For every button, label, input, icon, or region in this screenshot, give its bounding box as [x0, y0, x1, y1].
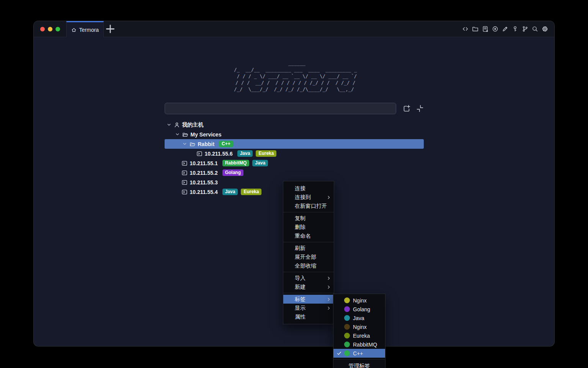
ascii-logo: ______ /_ __/__ _________ ___ ____ _____…	[165, 60, 424, 92]
record-icon[interactable]	[492, 26, 498, 32]
tag-label: Nginx	[353, 297, 367, 304]
tag-badge: Golang	[222, 169, 243, 176]
collapse-all-icon[interactable]	[416, 105, 424, 112]
host-search-input[interactable]	[165, 103, 396, 114]
tree-row-label: 10.211.55.4	[190, 189, 218, 195]
menu-item-label: 属性	[295, 314, 305, 320]
context-menu-item[interactable]: 标签	[283, 295, 334, 304]
terminal-icon	[181, 160, 188, 166]
tag-badge: C++	[219, 141, 233, 147]
tree-row[interactable]: 10.211.55.1RabbitMQJava	[165, 158, 424, 168]
menu-item-label: 标签	[295, 296, 305, 303]
menu-item-label: 连接到	[295, 194, 311, 201]
submenu-arrow-icon	[327, 285, 331, 289]
search-row	[165, 103, 424, 114]
tag-color-dot	[344, 350, 350, 356]
chevron-down-icon[interactable]	[175, 132, 180, 137]
terminal-icon	[181, 179, 188, 186]
tag-badge: Java	[222, 189, 238, 195]
log-icon[interactable]	[482, 26, 488, 32]
context-menu-item[interactable]: 重命名	[283, 232, 334, 240]
tree-row-label: 10.211.55.2	[190, 170, 218, 176]
menu-separator	[283, 212, 334, 212]
tag-badge: Eureka	[256, 150, 276, 157]
menu-separator	[283, 272, 334, 272]
new-tab-button[interactable]	[104, 21, 117, 37]
context-menu-item[interactable]: 连接到	[283, 193, 334, 202]
check-placeholder	[336, 342, 342, 347]
tag-menu-item[interactable]: Java	[333, 314, 385, 322]
tree-row[interactable]: My Services	[165, 130, 424, 139]
chevron-down-icon[interactable]	[182, 141, 187, 146]
tab-label: Termora	[79, 27, 99, 33]
tag-label: Eureka	[353, 333, 370, 339]
tree-row-label: 我的主机	[182, 122, 204, 128]
menu-item-label: 在新窗口打开	[295, 203, 327, 210]
tree-row-label: 10.211.55.6	[205, 151, 233, 157]
tag-menu-item[interactable]: C++	[333, 349, 385, 358]
title-bar: Termora	[34, 21, 554, 37]
tag-label: Golang	[353, 306, 370, 312]
close-button[interactable]	[40, 27, 45, 31]
folder-open-icon	[189, 141, 196, 147]
context-menu-item[interactable]: 连接	[283, 184, 334, 193]
tree-row[interactable]: 我的主机	[165, 120, 424, 130]
check-placeholder	[336, 324, 342, 329]
chevron-down-icon[interactable]	[167, 122, 172, 127]
tag-label: RabbitMQ	[353, 342, 377, 348]
settings-icon[interactable]	[542, 26, 548, 32]
tree-row[interactable]: 10.211.55.2Golang	[165, 168, 424, 177]
folder-open-icon	[182, 131, 188, 138]
context-menu-item[interactable]: 导入	[283, 274, 334, 283]
key-icon[interactable]	[512, 26, 518, 32]
context-menu-item[interactable]: 删除	[283, 223, 334, 232]
context-menu-item[interactable]: 在新窗口打开	[283, 202, 334, 210]
menu-separator	[283, 293, 334, 293]
add-host-icon[interactable]	[403, 105, 410, 112]
titlebar-actions	[462, 21, 554, 37]
edit-icon[interactable]	[502, 26, 508, 32]
user-icon	[174, 122, 180, 128]
context-menu-item[interactable]: 属性	[283, 312, 334, 321]
tag-menu-item[interactable]: Nginx	[333, 322, 385, 331]
check-placeholder	[336, 333, 342, 338]
menu-item-label: 删除	[295, 224, 305, 231]
context-menu-item[interactable]: 显示	[283, 304, 334, 312]
maximize-button[interactable]	[56, 27, 60, 31]
tag-color-dot	[344, 297, 350, 303]
tag-menu-item[interactable]: Golang	[333, 305, 385, 314]
code-icon[interactable]	[462, 26, 469, 32]
context-menu-item[interactable]: 展开全部	[283, 253, 334, 261]
context-menu-item[interactable]: 新建	[283, 283, 334, 291]
check-icon	[336, 351, 342, 356]
terminal-icon	[196, 151, 203, 157]
tree-row-label: 10.211.55.3	[190, 179, 218, 186]
tree-row-label: My Services	[191, 131, 222, 138]
tree-row[interactable]: RabbitC++	[165, 139, 424, 149]
menu-separator	[333, 359, 385, 360]
search-icon[interactable]	[532, 26, 538, 32]
manage-tags-item[interactable]: 管理标签	[333, 361, 385, 368]
tab-termora[interactable]: Termora	[66, 21, 104, 37]
minimize-button[interactable]	[48, 27, 52, 31]
tag-menu-item[interactable]: Eureka	[333, 331, 385, 340]
context-menu-item[interactable]: 刷新	[283, 244, 334, 253]
menu-item-label: 刷新	[295, 245, 305, 252]
folder-icon[interactable]	[472, 26, 479, 32]
tree-row[interactable]: 10.211.55.6JavaEureka	[165, 149, 424, 158]
tag-submenu: NginxGolangJavaNginxEurekaRabbitMQC++管理标…	[333, 294, 385, 368]
tree-row-label: Rabbit	[198, 141, 215, 147]
tag-menu-item[interactable]: RabbitMQ	[333, 340, 385, 349]
git-branch-icon[interactable]	[522, 26, 528, 32]
tag-menu-item[interactable]: Nginx	[333, 296, 385, 305]
check-placeholder	[336, 307, 342, 312]
menu-item-label: 复制	[295, 215, 305, 222]
terminal-icon	[181, 170, 188, 176]
menu-item-label: 全部收缩	[295, 263, 316, 269]
tag-color-dot	[344, 315, 350, 321]
context-menu-item[interactable]: 复制	[283, 214, 334, 223]
menu-item-label: 导入	[295, 275, 305, 282]
menu-item-label: 连接	[295, 185, 305, 192]
tag-label: Nginx	[353, 324, 367, 330]
context-menu-item[interactable]: 全部收缩	[283, 261, 334, 270]
